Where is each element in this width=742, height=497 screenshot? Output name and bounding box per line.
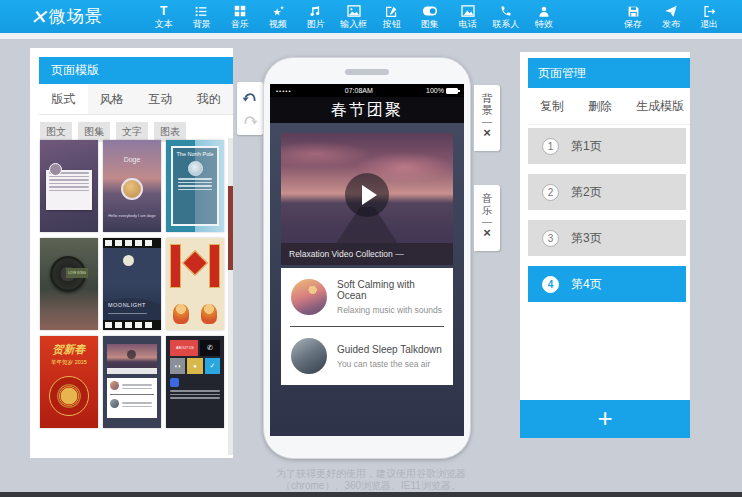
template-moonlight[interactable]: MOONLIGHT: [103, 238, 161, 330]
couplet-left: [170, 244, 181, 288]
signal-dots: •••••: [276, 88, 292, 94]
toggle-icon: [422, 5, 438, 18]
tool-save[interactable]: 保存: [614, 5, 652, 29]
dash: [482, 222, 492, 223]
item-avatar: [291, 338, 327, 374]
photo-icon: [461, 5, 475, 18]
page-manager-panel: 页面管理 复制 删除 生成模版 1 第1页 2 第2页 3 第3页 4 第4页 …: [520, 52, 690, 438]
template-panel: 页面模版 版式 风格 互动 我的 图文 图集 文字 图表 Doge Hello …: [30, 48, 233, 458]
page-row-1[interactable]: 1 第1页: [528, 128, 686, 164]
page-title: 春节团聚: [270, 97, 464, 123]
mini-avatar: [49, 163, 62, 176]
template-grid: Doge Hello everybody I am doge The North…: [40, 140, 228, 428]
page-list: 1 第1页 2 第2页 3 第3页 4 第4页: [528, 128, 686, 312]
status-bar: ••••• 07:08AM 100%: [270, 84, 464, 97]
tool-contacts[interactable]: 联系人: [487, 5, 525, 29]
check-tile-icon: ✓: [205, 358, 220, 374]
tool-music[interactable]: 音乐: [221, 5, 259, 29]
tab-mine[interactable]: 我的: [185, 84, 234, 114]
page-row-4[interactable]: 4 第4页: [528, 266, 686, 302]
add-page-button[interactable]: +: [520, 400, 690, 438]
tool-phone[interactable]: 电话: [449, 5, 487, 29]
filter-image-text[interactable]: 图文: [40, 122, 72, 142]
north-pole-avatar: [188, 161, 203, 176]
tool-background[interactable]: 背景: [183, 5, 221, 29]
exit-icon: [703, 5, 716, 18]
close-icon[interactable]: ×: [483, 227, 491, 239]
tab-interact[interactable]: 互动: [136, 84, 185, 114]
tool-publish[interactable]: 发布: [652, 5, 690, 29]
grid-icon: [234, 5, 246, 18]
phone-screen: ••••• 07:08AM 100% 春节团聚 Relaxation Video…: [270, 84, 464, 436]
bottom-border: [0, 492, 742, 497]
mini-card: [46, 170, 92, 210]
tool-video[interactable]: 视频: [259, 5, 297, 29]
phone-speaker: [345, 69, 389, 75]
copy-button[interactable]: 复制: [540, 98, 564, 115]
tool-gallery[interactable]: 图集: [411, 5, 449, 29]
video-block[interactable]: Relaxation Video Collection —: [281, 133, 453, 265]
tool-button[interactable]: 按钮: [373, 5, 411, 29]
tool-exit[interactable]: 退出: [690, 5, 728, 29]
tab-layout[interactable]: 版式: [39, 84, 88, 114]
tool-input-box[interactable]: 输入框: [335, 5, 373, 29]
template-doge[interactable]: Doge Hello everybody I am doge: [103, 140, 161, 232]
battery-icon: [446, 88, 458, 94]
logo-text: 微场景: [49, 5, 103, 28]
logo-x-icon: ✕: [30, 5, 45, 29]
template-tabs: 版式 风格 互动 我的: [39, 84, 233, 115]
toolbar-right-tools: 保存 发布 退出: [614, 5, 728, 29]
make-template-button[interactable]: 生成模版: [636, 98, 684, 115]
side-tab-music[interactable]: 音乐 ×: [474, 185, 500, 251]
mini-caption: [107, 368, 157, 374]
template-scrollbar-thumb[interactable]: [228, 186, 233, 270]
filter-gallery[interactable]: 图集: [78, 122, 110, 142]
template-video-collection[interactable]: [103, 336, 161, 428]
mini-list: [107, 378, 157, 418]
template-app-tiles[interactable]: ABOUT US ✆ ◖◗ ● ✓: [166, 336, 224, 428]
tool-picture[interactable]: 图片: [297, 5, 335, 29]
page-manager-title: 页面管理: [528, 58, 690, 88]
list-item[interactable]: Guided Sleep Talkdown You can taste the …: [281, 327, 453, 385]
playlist-card: Soft Calming with Ocean Relaxing music w…: [281, 268, 453, 385]
tool-effects[interactable]: 特效: [525, 5, 563, 29]
app-logo[interactable]: ✕ 微场景: [30, 5, 103, 29]
delete-button[interactable]: 删除: [588, 98, 612, 115]
filter-text[interactable]: 文字: [116, 122, 148, 142]
dash: [482, 122, 492, 123]
couplet-right: [209, 244, 220, 288]
page-row-2[interactable]: 2 第2页: [528, 174, 686, 210]
badge-tile: [170, 378, 179, 387]
toolbar-divider: [0, 33, 742, 39]
undo-redo-box: [237, 82, 263, 135]
tab-style[interactable]: 风格: [88, 84, 137, 114]
tool-text[interactable]: T 文本: [145, 5, 183, 29]
close-icon[interactable]: ×: [483, 127, 491, 139]
template-scrollbar-track[interactable]: [228, 138, 233, 455]
play-button[interactable]: [345, 173, 389, 217]
page-number-badge: 4: [542, 276, 559, 293]
image-icon: [347, 5, 361, 18]
template-filters: 图文 图集 文字 图表: [40, 122, 186, 142]
list-item[interactable]: Soft Calming with Ocean Relaxing music w…: [281, 268, 453, 326]
side-tab-background[interactable]: 背景 ×: [474, 85, 500, 151]
stars-icon: [271, 5, 285, 18]
phone-tile-icon: ✆: [200, 340, 220, 356]
clock: 07:08AM: [345, 87, 373, 94]
phone-icon: [500, 5, 512, 18]
mini-avatar: [110, 381, 119, 390]
undo-icon[interactable]: [242, 90, 258, 104]
edit-icon: [385, 5, 398, 18]
mini-avatar: [110, 399, 119, 408]
filter-chart[interactable]: 图表: [154, 122, 186, 142]
template-avatar-card[interactable]: [40, 140, 98, 232]
page-actions: 复制 删除 生成模版: [528, 88, 690, 125]
page-row-3[interactable]: 3 第3页: [528, 220, 686, 256]
mini-frame: The North Pole: [171, 146, 219, 226]
paper-plane-icon: [664, 5, 678, 18]
redo-icon[interactable]: [242, 113, 258, 127]
template-love-song[interactable]: LOVE SONG: [40, 238, 98, 330]
template-he-xin-chun[interactable]: 贺新春 羊年贺岁 2015: [40, 336, 98, 428]
template-new-year-couplets[interactable]: [166, 238, 224, 330]
template-north-pole[interactable]: The North Pole: [166, 140, 224, 232]
